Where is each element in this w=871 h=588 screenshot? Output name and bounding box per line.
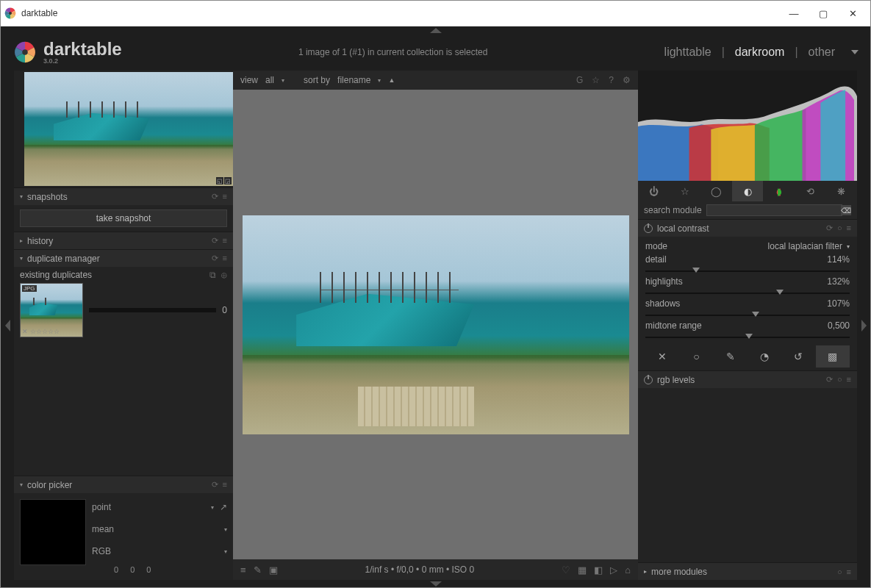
lc-midtone-param: midtone range0,500 bbox=[645, 320, 850, 341]
presets-icon[interactable]: ≡ bbox=[847, 223, 851, 233]
search-module-input[interactable] bbox=[706, 204, 842, 216]
module-group-favorites-icon[interactable]: ☆ bbox=[670, 181, 701, 201]
menu-icon[interactable]: ≡ bbox=[223, 254, 227, 263]
minimize-button[interactable]: — bbox=[779, 3, 809, 24]
power-icon[interactable] bbox=[644, 376, 653, 384]
reset-icon[interactable]: ⟳ bbox=[212, 236, 218, 245]
view-lighttable[interactable]: lighttable bbox=[664, 46, 712, 59]
reset-icon[interactable]: ○ bbox=[837, 375, 842, 384]
mask-raster-icon[interactable]: ▩ bbox=[816, 345, 850, 368]
multi-instance-icon[interactable]: ⟳ bbox=[826, 375, 833, 384]
chevron-down-icon: ▾ bbox=[211, 504, 214, 511]
multi-instance-icon[interactable]: ⟳ bbox=[826, 223, 833, 233]
sort-direction-icon[interactable]: ▲ bbox=[388, 76, 395, 84]
nav-zoom-out-icon[interactable]: ◱ bbox=[216, 177, 223, 184]
reset-icon[interactable]: ⟳ bbox=[212, 192, 218, 201]
rgb-levels-header[interactable]: rgb levels ⟳ ○ ≡ bbox=[638, 370, 857, 388]
history-header[interactable]: ▸ history ⟳≡ bbox=[14, 232, 233, 249]
quick-access-icon[interactable]: ≡ bbox=[240, 564, 246, 576]
chevron-right-icon: ▸ bbox=[20, 237, 23, 244]
mask-drawn-icon[interactable]: ✎ bbox=[714, 345, 748, 368]
overexposed-icon[interactable]: ▦ bbox=[578, 564, 587, 576]
sort-label: sort by bbox=[304, 75, 330, 85]
module-group-active-icon[interactable]: ⏻ bbox=[638, 181, 670, 201]
image-canvas[interactable] bbox=[233, 90, 638, 559]
presets-icon[interactable]: ≡ bbox=[847, 375, 851, 384]
reset-icon[interactable]: ⟳ bbox=[212, 480, 218, 490]
expand-left-handle[interactable] bbox=[1, 71, 14, 580]
mask-drawn-param-icon[interactable]: ↺ bbox=[781, 345, 815, 368]
lc-shadows-param: shadows107% bbox=[645, 298, 850, 319]
svg-point-0 bbox=[9, 12, 12, 15]
menu-icon[interactable]: ≡ bbox=[223, 480, 227, 490]
mask-off-icon[interactable]: ✕ bbox=[645, 345, 679, 368]
local-contrast-header[interactable]: local contrast ⟳ ○ ≡ bbox=[638, 219, 857, 237]
help-icon[interactable]: ? bbox=[609, 75, 614, 85]
presets-icon[interactable]: ≡ bbox=[847, 567, 851, 576]
lc-detail-slider[interactable] bbox=[645, 265, 850, 275]
snapshots-header[interactable]: ▾ snapshots ⟳≡ bbox=[14, 187, 233, 205]
chevron-down-icon: ▾ bbox=[847, 243, 850, 250]
guides-icon[interactable]: ⌂ bbox=[625, 564, 631, 576]
picker-space-select[interactable]: RGB bbox=[92, 546, 224, 556]
duplicate-manager-header[interactable]: ▾ duplicate manager ⟳≡ bbox=[14, 249, 233, 267]
expand-top-handle[interactable] bbox=[1, 26, 870, 34]
history-title: history bbox=[27, 236, 53, 246]
view-darkroom[interactable]: darkroom bbox=[735, 46, 785, 59]
module-search-row: search module ⌫ bbox=[638, 201, 857, 219]
reset-icon[interactable]: ○ bbox=[837, 567, 842, 576]
styles-icon[interactable]: ✎ bbox=[254, 564, 262, 576]
filetype-badge: JPG bbox=[22, 285, 37, 292]
lc-highlights-slider[interactable] bbox=[645, 287, 850, 297]
picker-stat-select[interactable]: mean bbox=[92, 524, 224, 534]
bulb-icon[interactable]: ♡ bbox=[562, 564, 570, 576]
color-picker-header[interactable]: ▾ color picker ⟳≡ bbox=[14, 476, 233, 493]
copy-icon[interactable]: ⧉ bbox=[209, 270, 216, 280]
rating-stars[interactable]: ✕ ☆☆☆☆☆ bbox=[22, 328, 60, 335]
reset-icon[interactable]: ○ bbox=[837, 223, 842, 233]
target-icon[interactable]: ⊕ bbox=[221, 270, 227, 280]
softproof-icon[interactable]: ◧ bbox=[594, 564, 603, 576]
navigation-preview[interactable]: ◱ ◲ bbox=[24, 72, 233, 186]
left-panel: ◱ ◲ ▾ snapshots ⟳≡ take snapshot ▸ histo… bbox=[14, 71, 233, 580]
star-icon[interactable]: ☆ bbox=[592, 75, 600, 85]
take-snapshot-button[interactable]: take snapshot bbox=[20, 209, 227, 227]
menu-icon[interactable]: ≡ bbox=[223, 236, 227, 245]
module-group-color-icon[interactable]: ◖◗ bbox=[763, 181, 795, 201]
mask-uniform-icon[interactable]: ○ bbox=[679, 345, 713, 368]
module-group-basic-icon[interactable]: ◯ bbox=[700, 181, 732, 201]
lc-shadows-slider[interactable] bbox=[645, 309, 850, 319]
lc-mode-select[interactable]: local laplacian filter bbox=[768, 241, 842, 251]
second-window-icon[interactable]: ▣ bbox=[269, 564, 278, 576]
gamut-icon[interactable]: ▷ bbox=[610, 564, 617, 576]
app-window: darktable — ▢ ✕ darktable 3.0.2 1 image … bbox=[0, 0, 871, 588]
expand-bottom-handle[interactable] bbox=[1, 580, 870, 587]
center-area: view all ▾ sort by filename ▾ ▲ G ☆ ? bbox=[233, 71, 638, 580]
view-menu-icon[interactable] bbox=[851, 50, 859, 54]
more-modules-header[interactable]: ▸ more modules ○≡ bbox=[638, 562, 857, 580]
sort-value[interactable]: filename bbox=[337, 75, 370, 85]
picker-mode-select[interactable]: point bbox=[92, 502, 211, 512]
module-group-correct-icon[interactable]: ⟲ bbox=[795, 181, 826, 201]
reset-icon[interactable]: ⟳ bbox=[212, 254, 218, 263]
menu-icon[interactable]: ≡ bbox=[223, 192, 227, 201]
close-button[interactable]: ✕ bbox=[838, 3, 867, 24]
maximize-button[interactable]: ▢ bbox=[809, 3, 838, 24]
clear-search-icon[interactable]: ⌫ bbox=[841, 205, 851, 215]
power-icon[interactable] bbox=[644, 224, 653, 233]
histogram[interactable] bbox=[638, 71, 857, 181]
module-group-tone-icon[interactable]: ◐ bbox=[732, 181, 764, 201]
lc-detail-param: detail114% bbox=[645, 254, 850, 275]
view-other[interactable]: other bbox=[809, 46, 835, 59]
eyedropper-icon[interactable]: ↗ bbox=[220, 502, 227, 512]
gear-icon[interactable]: ⚙ bbox=[623, 75, 631, 85]
mask-parametric-icon[interactable]: ◔ bbox=[748, 345, 781, 368]
color-swatch bbox=[20, 499, 86, 565]
duplicate-thumbnail[interactable]: JPG ✕ ☆☆☆☆☆ bbox=[20, 283, 83, 337]
view-filter-value[interactable]: all bbox=[265, 75, 274, 85]
lc-midtone-slider[interactable] bbox=[645, 331, 850, 341]
module-group-effect-icon[interactable]: ❋ bbox=[825, 181, 857, 201]
expand-right-handle[interactable] bbox=[857, 71, 870, 580]
grouping-icon[interactable]: G bbox=[576, 75, 583, 85]
nav-zoom-in-icon[interactable]: ◲ bbox=[224, 177, 232, 184]
